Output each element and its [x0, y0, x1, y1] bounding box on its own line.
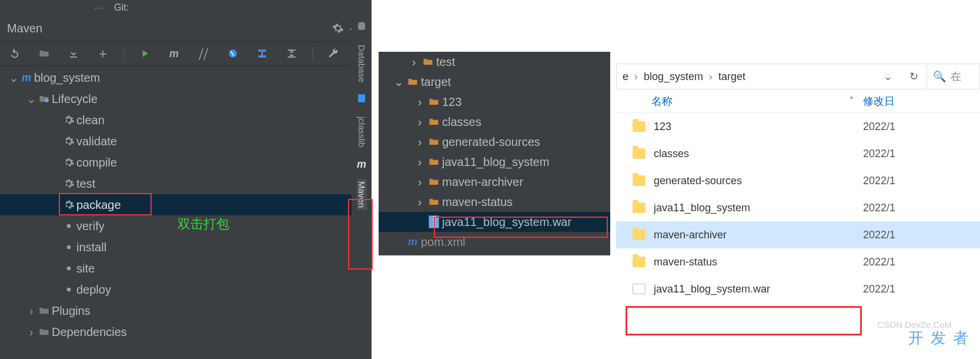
gear-icon [61, 220, 76, 232]
folder-icon [633, 148, 645, 159]
phase-package[interactable]: package [0, 194, 372, 215]
gear-icon [61, 284, 76, 295]
breadcrumb-seg[interactable]: blog_system [638, 71, 709, 83]
highlight-box [434, 217, 608, 238]
plugins-node[interactable]: › Plugins [0, 300, 372, 321]
chevron-down-icon: ⌄ [8, 71, 19, 85]
file-row[interactable]: java11_blog_system.war2022/1 [616, 275, 980, 303]
file-list: 1232022/1classes2022/1generated-sources2… [616, 113, 980, 303]
tree-item[interactable]: ›java11_blog_system [379, 152, 610, 172]
item-label: test [436, 55, 455, 69]
separator [123, 46, 124, 61]
tree-item[interactable]: ›123 [379, 92, 610, 112]
file-date: 2022/1 [863, 175, 895, 187]
file-name: 123 [654, 121, 671, 133]
download-icon[interactable] [65, 45, 82, 62]
chevron-down-icon[interactable]: ⌄ [875, 70, 901, 83]
col-name[interactable]: 名称 [616, 94, 839, 108]
database-rail-label[interactable]: Database [357, 42, 367, 85]
file-name: classes [654, 148, 689, 160]
phase-install[interactable]: install [0, 237, 372, 258]
column-header[interactable]: 名称 ˄ 修改日 [616, 89, 980, 113]
offline-mode-icon[interactable] [224, 45, 242, 62]
tree-item[interactable]: ›classes [379, 112, 610, 132]
file-row[interactable]: 1232022/1 [616, 113, 980, 140]
show-deps-icon[interactable] [253, 45, 271, 62]
chevron-right-icon: › [414, 155, 426, 169]
phase-label: package [76, 198, 121, 212]
phase-validate[interactable]: validate [0, 131, 372, 152]
chevron-right-icon: › [414, 195, 426, 209]
ide-right-rail: Database jclasslib m Maven [352, 15, 372, 345]
chevron-right-icon: › [26, 325, 36, 339]
file-row[interactable]: classes2022/1 [616, 140, 980, 167]
execute-maven-goal-icon[interactable]: m [165, 45, 183, 62]
file-row[interactable]: maven-archiver2022/1 [616, 221, 980, 248]
gear-icon [61, 114, 76, 126]
jclasslib-rail-label[interactable]: jclasslib [357, 114, 367, 150]
deps-label: Dependencies [52, 325, 127, 339]
folder-gear-icon [36, 93, 52, 105]
add-icon[interactable]: ＋ [94, 45, 112, 62]
devze-watermark: 开发者 [908, 328, 975, 348]
deps-node[interactable]: › Dependencies [0, 321, 372, 343]
chevron-right-icon: › [414, 115, 426, 129]
ellipsis-icon: ⋯ [94, 2, 103, 14]
phase-clean[interactable]: clean [0, 109, 372, 131]
file-row[interactable]: java11_blog_system2022/1 [616, 194, 980, 221]
file-name: generated-sources [654, 175, 742, 187]
phase-compile[interactable]: compile [0, 152, 372, 173]
file-row[interactable]: generated-sources2022/1 [616, 167, 980, 194]
lifecycle-node[interactable]: ⌄ Lifecycle [0, 88, 372, 109]
search-input[interactable]: 🔍 在 [927, 64, 980, 89]
phase-site[interactable]: site [0, 258, 372, 279]
maven-rail-icon[interactable]: m [357, 158, 366, 171]
gear-icon [61, 199, 76, 211]
tree-item-test[interactable]: ›test [379, 52, 610, 72]
wrench-icon[interactable] [325, 45, 342, 62]
panel-title: Maven [7, 22, 329, 35]
file-name: maven-status [654, 256, 717, 268]
tree-item[interactable]: ›generated-sources [379, 132, 610, 152]
project-node[interactable]: ⌄ m blog_system [0, 67, 372, 88]
phase-label: compile [76, 156, 117, 169]
item-label: 123 [442, 95, 461, 109]
gear-icon [61, 241, 76, 253]
toggle-skip-tests-icon[interactable]: ⧸⧸ [195, 45, 212, 62]
chevron-right-icon: › [414, 135, 426, 149]
phase-test[interactable]: test [0, 173, 372, 194]
project-name: blog_system [34, 71, 100, 85]
tree-item[interactable]: ›maven-archiver [379, 172, 610, 192]
col-mdate[interactable]: 修改日 [863, 94, 895, 108]
file-date: 2022/1 [863, 121, 895, 133]
phase-label: site [76, 262, 95, 275]
search-icon: 🔍 [933, 70, 946, 83]
plugins-label: Plugins [52, 304, 91, 318]
highlight-box [626, 306, 862, 335]
item-label: maven-archiver [442, 175, 523, 189]
tree-item-target[interactable]: ⌄target [379, 72, 610, 92]
phase-label: verify [76, 220, 105, 233]
breadcrumb[interactable]: e› blog_system› target ⌄ ↻ [616, 64, 927, 89]
settings-icon[interactable] [329, 19, 347, 37]
gear-icon [61, 178, 76, 190]
collapse-icon[interactable] [283, 45, 300, 62]
tree-item[interactable]: ›maven-status [379, 192, 610, 212]
highlight-box [348, 199, 373, 270]
jclasslib-rail-icon[interactable] [356, 93, 367, 106]
run-icon[interactable] [136, 45, 153, 62]
refresh-icon[interactable]: ↻ [901, 70, 927, 83]
maven-panel-header: Maven — [0, 15, 372, 41]
generate-sources-icon[interactable] [35, 45, 53, 62]
folder-icon [420, 56, 436, 68]
file-row[interactable]: maven-status2022/1 [616, 248, 980, 275]
database-rail-icon[interactable] [356, 21, 367, 34]
breadcrumb-seg[interactable]: target [713, 71, 751, 83]
file-name: java11_blog_system.war [654, 283, 770, 295]
reload-icon[interactable] [6, 45, 24, 62]
breadcrumb-seg[interactable]: e [617, 71, 634, 83]
separator [312, 46, 313, 61]
folder-icon [426, 116, 442, 128]
folder-icon [404, 76, 421, 88]
phase-deploy[interactable]: deploy [0, 279, 372, 300]
